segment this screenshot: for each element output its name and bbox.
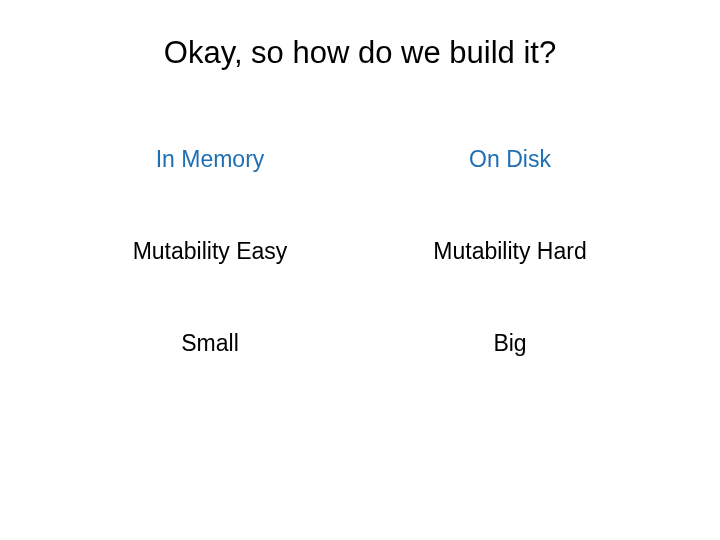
comparison-grid: In Memory On Disk Mutability Easy Mutabi… — [50, 146, 670, 357]
slide-title: Okay, so how do we build it? — [50, 35, 670, 71]
cell-right-2: Big — [380, 330, 640, 357]
cell-right-1: Mutability Hard — [380, 238, 640, 265]
cell-left-2: Small — [80, 330, 340, 357]
column-header-right: On Disk — [380, 146, 640, 173]
column-header-left: In Memory — [80, 146, 340, 173]
cell-left-1: Mutability Easy — [80, 238, 340, 265]
slide-container: Okay, so how do we build it? In Memory O… — [0, 0, 720, 540]
